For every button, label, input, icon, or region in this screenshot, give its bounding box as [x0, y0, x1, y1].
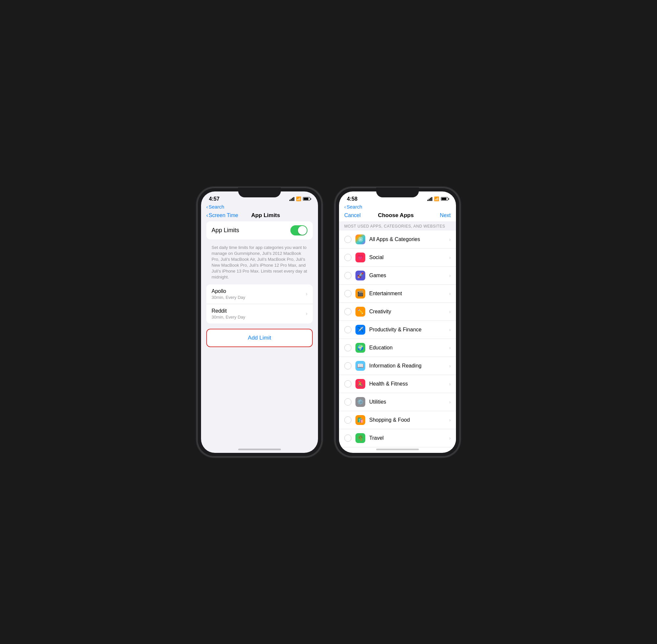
battery-icon-2	[441, 197, 448, 201]
category-item-utilities[interactable]: ⚙️Utilities›	[339, 393, 456, 411]
radio-0[interactable]	[344, 236, 352, 243]
radio-8[interactable]	[344, 380, 352, 388]
category-chevron-2: ›	[449, 273, 451, 278]
app-name-apollo: Apollo	[211, 288, 306, 294]
category-icon-4: ✏️	[356, 307, 365, 317]
nav-bar-1: ‹ Screen Time App Limits	[201, 211, 318, 221]
category-name-5: Productivity & Finance	[369, 327, 445, 333]
category-icon-3: 🎬	[356, 289, 365, 299]
category-name-2: Games	[369, 273, 445, 278]
radio-2[interactable]	[344, 272, 352, 279]
category-name-4: Creativity	[369, 309, 445, 315]
category-chevron-0: ›	[449, 237, 451, 242]
nav-bar-2: Cancel Choose Apps Next	[339, 211, 456, 221]
app-name-reddit: Reddit	[211, 308, 306, 314]
category-icon-10: 🛍️	[356, 415, 365, 425]
category-name-1: Social	[369, 254, 445, 260]
app-limits-toggle[interactable]	[290, 225, 308, 235]
category-icon-2: 🚀	[356, 271, 365, 280]
category-item-shopping---food[interactable]: 🛍️Shopping & Food›	[339, 411, 456, 429]
radio-7[interactable]	[344, 362, 352, 369]
status-time-1: 4:57	[209, 196, 220, 202]
page-title-1: App Limits	[251, 212, 280, 219]
phone1-search-nav[interactable]: Search	[209, 204, 224, 209]
main-content-2: MOST USED APPS, CATEGORIES, AND WEBSITES…	[339, 221, 456, 448]
category-icon-0: ⊞	[356, 234, 365, 244]
category-name-8: Health & Fitness	[369, 381, 445, 387]
add-limit-button[interactable]: Add Limit	[206, 329, 313, 347]
radio-5[interactable]	[344, 326, 352, 333]
cancel-button[interactable]: Cancel	[344, 212, 361, 218]
wifi-icon-2: 📶	[434, 197, 439, 201]
category-item-all-apps---categories[interactable]: ⊞All Apps & Categories›	[339, 231, 456, 249]
status-icons-1: 📶	[289, 197, 310, 201]
category-item-productivity---finance[interactable]: ✈️Productivity & Finance›	[339, 321, 456, 339]
next-button[interactable]: Next	[431, 212, 451, 218]
app-list: Apollo 30min, Every Day › Reddit 30min, …	[206, 284, 313, 323]
notch-2	[376, 187, 419, 198]
phone-1: 4:57 📶 ‹ Search ‹	[197, 187, 322, 457]
phone-2: 4:58 📶 ‹ Search Canc	[335, 187, 460, 457]
category-item-travel[interactable]: 🌴Travel›	[339, 429, 456, 447]
description-text: Set daily time limits for app categories…	[206, 245, 313, 284]
category-icon-5: ✈️	[356, 325, 365, 335]
status-time-2: 4:58	[347, 196, 357, 202]
toggle-label: App Limits	[211, 227, 239, 234]
category-chevron-5: ›	[449, 327, 451, 332]
app-item-reddit[interactable]: Reddit 30min, Every Day ›	[206, 304, 313, 323]
radio-3[interactable]	[344, 290, 352, 297]
category-item-information---reading[interactable]: 📖Information & Reading›	[339, 357, 456, 375]
choose-apps-title: Choose Apps	[378, 212, 413, 219]
category-chevron-9: ›	[449, 399, 451, 405]
category-icon-6: 🌍	[356, 343, 365, 353]
main-content-1: App Limits Set daily time limits for app…	[201, 221, 318, 448]
category-item-education[interactable]: 🌍Education›	[339, 339, 456, 357]
radio-6[interactable]	[344, 344, 352, 351]
radio-1[interactable]	[344, 254, 352, 261]
app-item-apollo[interactable]: Apollo 30min, Every Day ›	[206, 284, 313, 304]
category-chevron-10: ›	[449, 417, 451, 423]
category-item-entertainment[interactable]: 🎬Entertainment›	[339, 285, 456, 303]
category-icon-8: 🚴	[356, 379, 365, 389]
screen-2: 4:58 📶 ‹ Search Canc	[339, 191, 456, 453]
category-name-11: Travel	[369, 435, 445, 441]
app-item-content-reddit: Reddit 30min, Every Day	[211, 308, 306, 320]
battery-icon-1	[303, 197, 310, 201]
notch-1	[238, 187, 281, 198]
category-chevron-8: ›	[449, 381, 451, 387]
toggle-thumb	[298, 226, 307, 235]
toggle-row: App Limits	[206, 221, 313, 239]
category-name-6: Education	[369, 345, 445, 351]
category-icon-11: 🌴	[356, 433, 365, 443]
category-icon-7: 📖	[356, 361, 365, 371]
category-item-health---fitness[interactable]: 🚴Health & Fitness›	[339, 375, 456, 393]
chevron-reddit: ›	[306, 311, 308, 317]
phone2-search-nav[interactable]: Search	[346, 204, 362, 209]
category-chevron-4: ›	[449, 309, 451, 314]
category-item-creativity[interactable]: ✏️Creativity›	[339, 303, 456, 321]
chevron-apollo: ›	[306, 291, 308, 297]
app-detail-apollo: 30min, Every Day	[211, 295, 306, 300]
category-item-other[interactable]: ···Other›	[339, 447, 456, 448]
category-list: ⊞All Apps & Categories›💗Social›🚀Games›🎬E…	[339, 231, 456, 448]
app-limits-toggle-card: App Limits	[206, 221, 313, 239]
radio-9[interactable]	[344, 398, 352, 406]
category-chevron-3: ›	[449, 291, 451, 296]
category-chevron-11: ›	[449, 435, 451, 441]
category-name-9: Utilities	[369, 399, 445, 405]
category-name-10: Shopping & Food	[369, 417, 445, 423]
category-chevron-6: ›	[449, 345, 451, 350]
category-name-3: Entertainment	[369, 291, 445, 297]
radio-4[interactable]	[344, 308, 352, 315]
home-indicator-2	[376, 448, 419, 450]
category-name-0: All Apps & Categories	[369, 236, 445, 243]
radio-11[interactable]	[344, 435, 352, 442]
category-icon-9: ⚙️	[356, 397, 365, 407]
category-name-7: Information & Reading	[369, 363, 445, 369]
wifi-icon-1: 📶	[296, 197, 301, 201]
back-link-1[interactable]: ‹ Screen Time	[206, 212, 238, 218]
radio-10[interactable]	[344, 416, 352, 424]
category-item-games[interactable]: 🚀Games›	[339, 267, 456, 285]
category-item-social[interactable]: 💗Social›	[339, 249, 456, 267]
signal-icon-1	[289, 197, 294, 201]
